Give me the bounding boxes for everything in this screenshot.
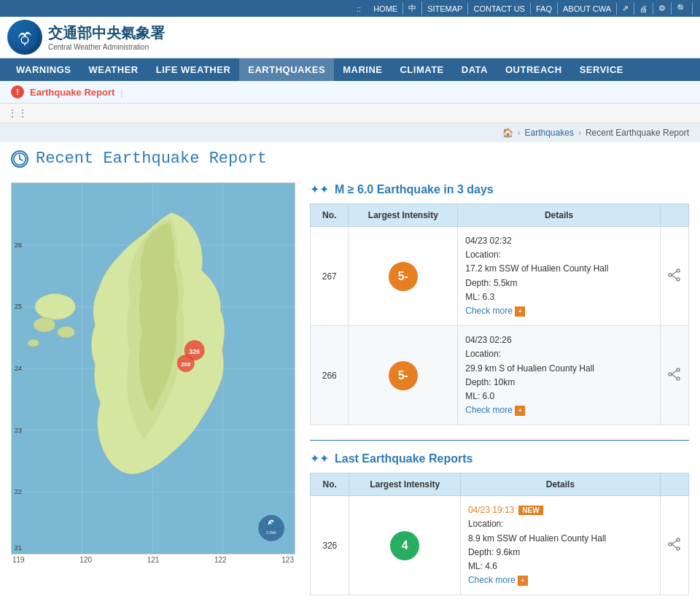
nav-data[interactable]: DATA bbox=[453, 58, 497, 81]
about-cwa-link[interactable]: ABOUT CWA bbox=[558, 3, 617, 15]
row-share[interactable] bbox=[661, 496, 689, 595]
nav-marine[interactable]: MARINE bbox=[334, 58, 391, 81]
row-share[interactable] bbox=[661, 227, 689, 326]
alert-divider: | bbox=[120, 87, 122, 98]
map-container[interactable]: 326 266 🌊 CWA 26 25 24 23 22 21 bbox=[11, 182, 295, 554]
table-row: 266 5- 04/23 02:26 Location: 29.9 km S o… bbox=[311, 326, 689, 425]
row-no: 326 bbox=[311, 496, 349, 595]
breadcrumb: 🏠 › Earthquakes › Recent Earthquake Repo… bbox=[0, 123, 700, 142]
print-icon[interactable]: 🖨 bbox=[634, 3, 653, 15]
svg-point-40 bbox=[669, 373, 672, 376]
svg-point-38 bbox=[677, 368, 680, 371]
svg-point-43 bbox=[677, 538, 680, 541]
svg-line-41 bbox=[672, 371, 677, 374]
nav-weather[interactable]: WEATHER bbox=[80, 58, 147, 81]
share-icon[interactable] bbox=[668, 368, 681, 383]
dots-icon: ⋮⋮ bbox=[7, 107, 28, 119]
alert-icon: ! bbox=[11, 85, 24, 98]
svg-point-18 bbox=[58, 326, 75, 338]
col-details-header-2: Details bbox=[460, 473, 660, 496]
nav-earthquakes[interactable]: EARTHQUAKES bbox=[239, 58, 334, 81]
svg-text:24: 24 bbox=[15, 365, 22, 372]
drag-handle: :: bbox=[357, 3, 368, 15]
map-coordinates: 119 120 121 122 123 bbox=[11, 556, 295, 564]
nav-service[interactable]: SERVICE bbox=[571, 58, 632, 81]
section1-table: No. Largest Intensity Details 267 5- 04/… bbox=[310, 204, 689, 425]
intensity-badge: 5- bbox=[389, 262, 418, 291]
svg-text:26: 26 bbox=[15, 241, 22, 249]
check-more-link[interactable]: Check more + bbox=[465, 405, 525, 415]
nav-life-weather[interactable]: LIFE WEATHER bbox=[147, 58, 240, 81]
col-no-header: No. bbox=[311, 204, 349, 227]
row-share[interactable] bbox=[661, 326, 689, 425]
row-intensity: 4 bbox=[349, 496, 460, 595]
settings-icon[interactable]: ⚙ bbox=[653, 2, 672, 15]
check-more-link[interactable]: Check more + bbox=[468, 575, 528, 585]
section2-table: No. Largest Intensity Details 326 4 04/2… bbox=[310, 473, 689, 595]
svg-point-35 bbox=[669, 274, 672, 276]
new-badge: NEW bbox=[518, 506, 542, 515]
coord-120: 120 bbox=[79, 556, 92, 564]
row-time: 04/23 19:13 bbox=[468, 505, 514, 515]
svg-text:25: 25 bbox=[15, 303, 22, 310]
page-title-area: Recent Earthquake Report bbox=[0, 142, 700, 171]
share-icon[interactable] bbox=[668, 538, 681, 553]
main-nav: WARNINGS WEATHER LIFE WEATHER EARTHQUAKE… bbox=[0, 58, 700, 81]
svg-line-42 bbox=[672, 374, 677, 378]
logo-image bbox=[7, 20, 42, 55]
svg-line-6 bbox=[20, 159, 23, 160]
svg-line-47 bbox=[672, 544, 677, 548]
svg-text:326: 326 bbox=[189, 348, 200, 355]
logo-area: 交通部中央氣象署 Central Weather Administration bbox=[7, 20, 165, 55]
site-header: 交通部中央氣象署 Central Weather Administration bbox=[0, 17, 700, 58]
section1-title: M ≥ 6.0 Earthquake in 3 days bbox=[335, 183, 494, 196]
nav-climate[interactable]: CLIMATE bbox=[391, 58, 452, 81]
coord-119: 119 bbox=[12, 556, 25, 564]
svg-text:23: 23 bbox=[15, 427, 22, 434]
section-divider bbox=[310, 440, 689, 441]
nav-outreach[interactable]: OUTREACH bbox=[497, 58, 571, 81]
section2-icon: ✦✦ bbox=[310, 452, 329, 465]
right-panel: ✦✦ M ≥ 6.0 Earthquake in 3 days No. Larg… bbox=[310, 182, 689, 610]
svg-line-46 bbox=[672, 541, 677, 544]
col-share-header-2 bbox=[661, 473, 689, 496]
section1-icon: ✦✦ bbox=[310, 182, 329, 196]
svg-text:22: 22 bbox=[15, 488, 22, 495]
svg-point-16 bbox=[35, 294, 76, 320]
breadcrumb-earthquakes[interactable]: Earthquakes bbox=[525, 128, 574, 138]
row-details: 04/23 02:26 Location: 29.9 km S of Huali… bbox=[458, 326, 661, 425]
share-icon[interactable]: ⇗ bbox=[617, 2, 634, 15]
breadcrumb-sep-1: › bbox=[518, 128, 521, 138]
svg-text:21: 21 bbox=[15, 544, 22, 552]
row-time: 04/23 02:26 bbox=[465, 335, 511, 345]
home-breadcrumb-icon[interactable]: 🏠 bbox=[502, 128, 513, 138]
row-no: 266 bbox=[311, 326, 349, 425]
home-link[interactable]: HOME bbox=[368, 3, 403, 15]
col-no-header-2: No. bbox=[311, 473, 349, 496]
col-intensity-header-2: Largest Intensity bbox=[349, 473, 460, 496]
chinese-link[interactable]: 中 bbox=[403, 1, 422, 15]
toolbar-row: ⋮⋮ bbox=[0, 104, 700, 123]
svg-point-39 bbox=[677, 377, 680, 380]
table-row: 267 5- 04/23 02:32 Location: 17.2 km SSW… bbox=[311, 227, 689, 326]
svg-text:🌊: 🌊 bbox=[268, 519, 276, 527]
breadcrumb-current: Recent Earthquake Report bbox=[586, 128, 689, 138]
intensity-badge: 5- bbox=[389, 361, 418, 390]
sitemap-link[interactable]: SITEMAP bbox=[422, 3, 468, 15]
logo-english: Central Weather Administration bbox=[48, 43, 165, 51]
section1-header: ✦✦ M ≥ 6.0 Earthquake in 3 days bbox=[310, 182, 689, 196]
faq-link[interactable]: FAQ bbox=[531, 3, 558, 15]
check-more-icon: + bbox=[518, 576, 528, 586]
logo-text: 交通部中央氣象署 Central Weather Administration bbox=[48, 23, 165, 51]
coord-123: 123 bbox=[281, 556, 294, 564]
section2-header: ✦✦ Last Earthquake Reports bbox=[310, 452, 689, 465]
check-more-icon: + bbox=[515, 406, 525, 416]
row-intensity: 5- bbox=[349, 326, 458, 425]
search-icon[interactable]: 🔍 bbox=[672, 2, 693, 15]
share-icon[interactable] bbox=[668, 268, 681, 284]
top-utility-bar: :: HOME 中 SITEMAP CONTACT US FAQ ABOUT C… bbox=[0, 0, 700, 17]
row-no: 267 bbox=[311, 227, 349, 326]
nav-warnings[interactable]: WARNINGS bbox=[7, 58, 80, 81]
contact-us-link[interactable]: CONTACT US bbox=[468, 3, 531, 15]
check-more-link[interactable]: Check more + bbox=[465, 306, 525, 316]
